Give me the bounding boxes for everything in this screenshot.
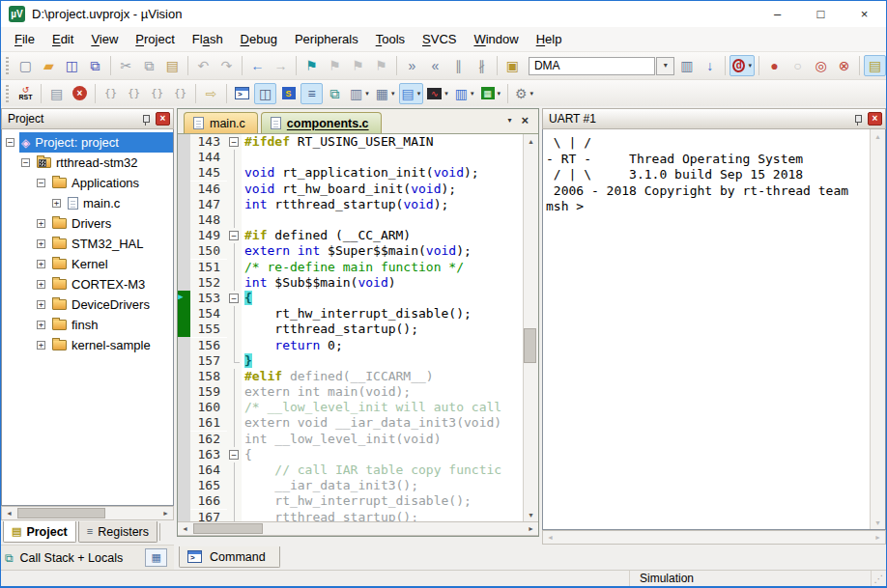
show-next-statement-icon[interactable]: ▤ (45, 83, 68, 104)
copy-icon[interactable]: ⧉ (138, 55, 160, 76)
collapse-icon[interactable]: − (21, 158, 30, 167)
tab-project[interactable]: ▤Project (3, 521, 76, 543)
minimize-button[interactable]: – (756, 1, 799, 27)
expand-icon[interactable]: + (37, 239, 45, 248)
serial-window-icon[interactable]: ▤▾ (399, 83, 424, 104)
scroll-right-icon[interactable]: ► (524, 522, 538, 536)
registers-window-icon[interactable]: ≡ (300, 83, 323, 104)
project-hscrollbar[interactable]: ◄ ► (1, 506, 174, 520)
collapse-icon[interactable]: − (37, 179, 45, 187)
toolbox-icon[interactable]: ▦▾ (478, 83, 504, 104)
fold-collapse-icon[interactable]: − (229, 137, 239, 147)
uart-panel-close-icon[interactable]: × (868, 112, 882, 126)
cut-icon[interactable]: ✂ (115, 55, 137, 76)
logic-analyzer-icon[interactable]: ∿▾ (424, 83, 451, 104)
tree-item-kernel-sample[interactable]: +kernel-sample (2, 335, 173, 355)
tree-item-finsh[interactable]: +finsh (2, 315, 173, 335)
tab-registers[interactable]: ≡Registers (78, 521, 157, 543)
fold-collapse-icon[interactable]: − (229, 450, 239, 460)
menu-view[interactable]: View (82, 28, 127, 50)
editor-vscrollbar[interactable]: ▲ ▼ (523, 134, 538, 521)
editor-tab-components-c[interactable]: components.c (261, 112, 382, 133)
search-dropdown-icon[interactable]: ▾ (656, 57, 674, 75)
maximize-button[interactable]: □ (799, 1, 843, 27)
uart-terminal[interactable]: \ | /- RT - Thread Operating System / | … (543, 129, 870, 529)
tree-item-kernel[interactable]: +Kernel (2, 254, 173, 274)
scroll-left-icon[interactable]: ◄ (543, 531, 558, 545)
expand-icon[interactable]: + (52, 199, 61, 208)
save-icon[interactable]: ◫ (61, 55, 83, 76)
uart-hscrollbar[interactable]: ◄ ► (542, 530, 886, 545)
watch-window-icon[interactable]: ▥▾ (347, 83, 372, 104)
start-stop-debug-icon[interactable]: d▾ (730, 55, 755, 76)
editor-tab-main-c[interactable]: main.c (184, 112, 258, 133)
bookmark-clear-icon[interactable]: ⚑ (370, 55, 392, 76)
find-in-files-icon[interactable]: ▣ (501, 55, 524, 76)
command-window-icon[interactable]: > (231, 83, 253, 104)
tree-item-devicedrivers[interactable]: +DeviceDrivers (2, 294, 173, 315)
disable-breakpoint-icon[interactable]: ○ (787, 55, 809, 76)
go-icon[interactable]: ⇨ (200, 83, 222, 104)
navigate-back-icon[interactable]: ← (246, 55, 269, 76)
open-file-icon[interactable]: ▰ (38, 55, 60, 76)
navigate-forward-icon[interactable]: → (270, 55, 292, 76)
expand-icon[interactable]: + (37, 280, 45, 289)
editor-hscrollbar[interactable]: ◄ ► (178, 521, 538, 536)
menu-edit[interactable]: Edit (43, 28, 82, 50)
bookmark-next-icon[interactable]: ⚑ (324, 55, 346, 76)
kill-all-breakpoints-icon[interactable]: ⊗ (833, 55, 855, 76)
insert-breakpoint-icon[interactable]: ● (763, 55, 786, 76)
collapse-icon[interactable]: − (6, 138, 14, 147)
scroll-down-icon[interactable]: ▼ (871, 516, 885, 529)
indent-icon[interactable]: » (401, 55, 423, 76)
pin-icon[interactable] (138, 112, 153, 126)
scroll-down-icon[interactable]: ▼ (524, 508, 538, 521)
reset-icon[interactable]: ↺RST (14, 83, 37, 104)
expand-icon[interactable]: + (37, 321, 45, 329)
menu-peripherals[interactable]: Peripherals (286, 28, 367, 50)
step-into-icon[interactable]: {} (100, 83, 122, 104)
save-all-icon[interactable]: ⧉ (84, 55, 106, 76)
outdent-icon[interactable]: « (424, 55, 446, 76)
search-combobox[interactable]: DMA (529, 57, 655, 75)
undo-icon[interactable]: ↶ (192, 55, 215, 76)
bookmark-toggle-icon[interactable]: ⚑ (300, 55, 323, 76)
tree-item-rtthread-stm32[interactable]: −rtthread-stm32 (2, 153, 173, 173)
menu-help[interactable]: Help (528, 28, 571, 50)
comment-icon[interactable]: ∥ (447, 55, 470, 76)
editor-close-icon[interactable]: × (521, 113, 529, 127)
scroll-right-icon[interactable]: ► (158, 507, 173, 520)
fold-collapse-icon[interactable]: − (229, 294, 239, 303)
find-in-files-window-icon[interactable]: ▥ (675, 55, 698, 76)
expand-icon[interactable]: + (37, 260, 45, 268)
tree-item-applications[interactable]: −Applications (2, 173, 173, 193)
tab-list-icon[interactable]: ▾ (507, 116, 511, 125)
expand-icon[interactable]: + (37, 219, 45, 228)
scroll-up-icon[interactable]: ▲ (524, 134, 538, 148)
pin-icon[interactable] (850, 112, 865, 126)
expand-icon[interactable]: + (37, 341, 45, 350)
incremental-find-icon[interactable]: ↓ (699, 55, 721, 76)
expand-icon[interactable]: + (37, 300, 45, 309)
project-tree[interactable]: −◈Project: project−rtthread-stm32−Applic… (1, 129, 174, 506)
redo-icon[interactable]: ↷ (215, 55, 238, 76)
scroll-left-icon[interactable]: ◄ (178, 522, 192, 536)
step-over-icon[interactable]: {} (123, 83, 145, 104)
uart-vscrollbar[interactable]: ▲ ▼ (870, 129, 885, 529)
close-button[interactable]: × (843, 1, 886, 27)
project-panel-close-icon[interactable]: × (156, 112, 170, 126)
disable-all-breakpoints-icon[interactable]: ◎ (810, 55, 832, 76)
memory-window-icon[interactable]: ▦▾ (373, 83, 398, 104)
menu-file[interactable]: File (6, 28, 43, 50)
menu-window[interactable]: Window (465, 28, 527, 50)
menu-svcs[interactable]: SVCS (414, 28, 465, 50)
tree-item-project-project[interactable]: −◈Project: project (2, 132, 173, 153)
callstack-tab[interactable]: ⧉ Call Stack + Locals ▦ (1, 545, 174, 570)
symbol-window-icon[interactable]: S (277, 83, 300, 104)
bookmark-prev-icon[interactable]: ⚑ (347, 55, 369, 76)
menu-debug[interactable]: Debug (232, 28, 286, 50)
uncomment-icon[interactable]: ∦ (471, 55, 493, 76)
scroll-right-icon[interactable]: ► (871, 531, 885, 545)
stop-debug-icon[interactable]: × (69, 83, 91, 104)
configure-windows-icon[interactable]: ▤ (864, 55, 886, 76)
